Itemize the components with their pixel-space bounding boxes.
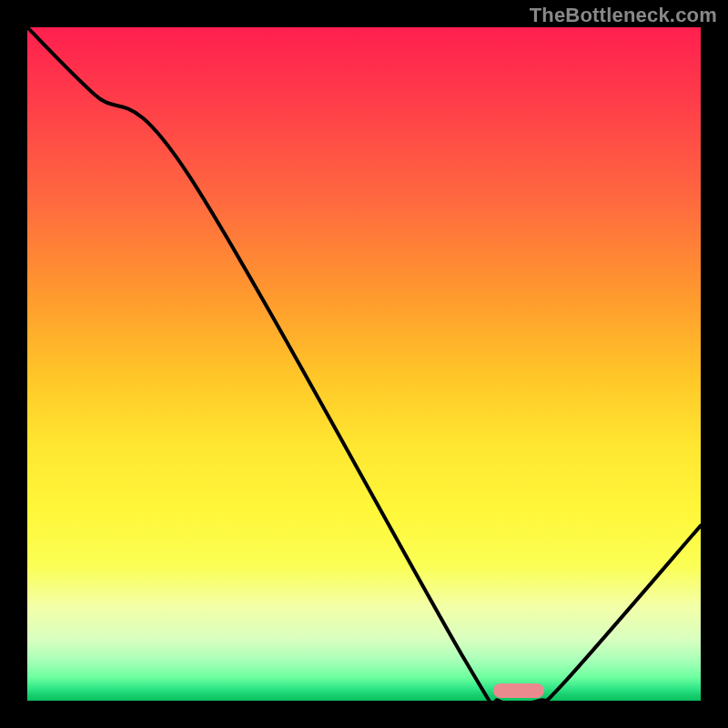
curve-layer [27, 27, 701, 701]
optimal-marker [493, 683, 544, 698]
plot-area [27, 27, 701, 701]
bottleneck-curve [27, 27, 701, 701]
attribution-text: TheBottleneck.com [530, 4, 717, 27]
chart-frame: TheBottleneck.com [0, 0, 728, 728]
